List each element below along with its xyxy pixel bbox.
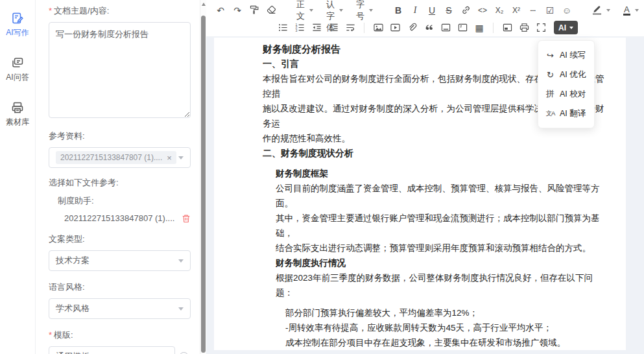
doc-type-value: 技术方案 <box>56 255 89 266</box>
highlight-pen-icon <box>592 5 602 15</box>
chevron-down-icon <box>369 9 373 12</box>
ai-qa-icon <box>11 56 24 69</box>
topic-textarea[interactable]: 写一份财务制度分析报告 <box>49 22 191 118</box>
code-block-icon[interactable] <box>455 21 470 35</box>
menu-item-ai-continue[interactable]: ↪AI 续写 <box>538 45 594 65</box>
app: AI写作AI问答素材库 *文档主题/内容: 写一份财务制度分析报告 参考资料: … <box>0 0 644 354</box>
blockquote-icon[interactable] <box>421 21 436 35</box>
template-select[interactable]: 通用模板 ✓ <box>49 346 175 354</box>
font-color-select[interactable]: A <box>617 3 644 18</box>
doc-block-p: 成本控制在部分项目中存在超支现象，主要集中在研发和市场推广领域。 <box>263 335 610 350</box>
outdent-icon[interactable] <box>309 21 324 35</box>
assistant-file-row: 2021122715133847807 (1).... <box>64 213 191 223</box>
ai-writing-icon <box>11 12 24 25</box>
undo-icon[interactable]: ↶ <box>213 3 228 18</box>
doc-block-h3: 财务制度框架 <box>263 166 610 181</box>
indent-icon[interactable] <box>326 21 341 35</box>
paragraph-style-select[interactable]: 正文 <box>291 3 319 18</box>
template-label-row: *模版: <box>49 329 191 341</box>
reference-select[interactable]: 2021122715133847807 (1).... × <box>49 147 191 168</box>
paragraph-style-select-label: 正文 <box>296 0 305 22</box>
chevron-down-icon <box>309 9 313 12</box>
template-value: 通用模板 <box>56 351 89 354</box>
trash-icon[interactable] <box>182 214 191 223</box>
redo-icon[interactable]: ↷ <box>230 3 245 18</box>
doc-block-p: 公司目前的制度涵盖了资金管理、成本控制、预算管理、核算与报告、风险管理等方面。 … <box>263 181 610 255</box>
ai-continue-icon: ↪ <box>545 51 555 60</box>
sidebar-item-label: AI写作 <box>6 27 29 38</box>
doc-block-p: 根据2023年前三季度的财务数据，公司整体财务制度执行情况良好，但存在以下问题： <box>263 270 610 300</box>
underline-icon[interactable]: U <box>424 3 440 18</box>
subscript-icon[interactable]: X₂ <box>492 3 507 18</box>
form-panel: *文档主题/内容: 写一份财务制度分析报告 参考资料: 202112271513… <box>36 0 200 354</box>
sidebar-item-label: AI问答 <box>6 72 29 83</box>
doc-block-p: 部分部门预算执行偏差较大，平均偏差率为12%； <box>263 305 610 320</box>
doc-block-h2: 二、财务制度现状分析 <box>263 146 610 161</box>
italic-icon[interactable]: I <box>407 3 423 18</box>
inline-code-icon[interactable]: <> <box>475 3 490 18</box>
menu-item-ai-optimize[interactable]: ↻AI 优化 <box>538 65 594 84</box>
horizontal-rule-icon[interactable]: ┄ <box>525 3 541 18</box>
menu-item-ai-proofread[interactable]: 拼AI 校对 <box>538 84 594 104</box>
reference-label: 参考资料: <box>49 130 191 142</box>
sidebar-item-material-library[interactable]: 素材库 <box>6 101 29 128</box>
sidebar-item-label: 素材库 <box>6 117 29 128</box>
bold-icon[interactable]: B <box>390 3 406 18</box>
sidebar-item-ai-qa[interactable]: AI问答 <box>6 56 29 83</box>
chevron-down-icon <box>339 9 343 12</box>
chevron-down-icon <box>178 259 184 263</box>
attachment-icon[interactable] <box>404 21 420 35</box>
menu-item-label: AI 优化 <box>560 69 586 80</box>
doc-type-select[interactable]: 技术方案 <box>49 250 191 271</box>
chevron-down-icon <box>606 9 610 12</box>
chevron-down-icon <box>569 27 573 29</box>
material-library-icon <box>11 101 24 114</box>
table-icon[interactable]: ▦ <box>471 21 487 35</box>
task-list-icon[interactable]: ☑ <box>542 3 558 18</box>
font-size-select[interactable]: 字号 <box>350 3 379 18</box>
menu-item-label: AI 翻译 <box>560 108 586 119</box>
sidebar-item-ai-writing[interactable]: AI写作 <box>6 12 29 38</box>
style-value: 学术风格 <box>56 303 89 314</box>
embed-icon[interactable] <box>499 21 515 35</box>
superscript-icon[interactable]: X² <box>508 3 524 18</box>
ai-menu-button[interactable]: AI <box>554 21 578 34</box>
menu-item-label: AI 续写 <box>560 50 586 61</box>
ai-dropdown-menu: ↪AI 续写↻AI 优化拼AI 校对文AAI 翻译 <box>538 40 595 128</box>
emoji-icon[interactable]: ☺ <box>559 3 575 18</box>
nav-rail: AI写作AI问答素材库 <box>0 0 36 354</box>
svg-text:3: 3 <box>295 29 297 32</box>
font-family-select[interactable]: 默认字体 <box>320 3 349 18</box>
highlight-color-select[interactable] <box>586 3 616 18</box>
line-wrap-icon[interactable] <box>342 21 358 35</box>
print-icon[interactable] <box>516 21 532 35</box>
scrollbar-thumb[interactable] <box>201 16 206 353</box>
style-label: 语言风格: <box>49 281 191 293</box>
required-mark: * <box>49 330 52 340</box>
strikethrough-icon[interactable]: S <box>441 3 457 18</box>
font-color-icon: A <box>623 5 630 16</box>
menu-item-ai-translate[interactable]: 文AAI 翻译 <box>538 104 594 123</box>
reference-file-chip-label: 2021122715133847807 (1).... <box>60 153 162 162</box>
chevron-down-icon <box>635 9 639 12</box>
editor-area: ↶↷正文默认字体字号BIUS<>X₂X²┄☑☺A 123▦AI 财务制度分析报告… <box>206 0 644 354</box>
image-icon[interactable] <box>370 21 386 35</box>
scroll-up-icon[interactable] <box>201 3 206 6</box>
ai-translate-icon: 文A <box>545 110 555 118</box>
style-select[interactable]: 学术风格 <box>49 298 191 319</box>
fullscreen-icon[interactable] <box>533 21 549 35</box>
format-painter-icon[interactable] <box>246 3 262 18</box>
doc-block-h3: 财务制度执行情况 <box>263 255 610 270</box>
divider-block-icon[interactable] <box>438 21 453 35</box>
reference-file-chip: 2021122715133847807 (1).... × <box>56 151 176 164</box>
font-size-select-label: 字号 <box>356 0 364 22</box>
file-reference-block: 选择如下文件参考: 制度助手: 2021122715133847807 (1).… <box>49 177 191 223</box>
bullet-list-icon[interactable] <box>275 21 291 35</box>
assistant-file-name: 2021122715133847807 (1).... <box>64 213 174 223</box>
eraser-icon[interactable] <box>263 3 279 18</box>
ordered-list-icon[interactable]: 123 <box>292 21 307 35</box>
link-icon[interactable] <box>458 3 473 18</box>
chip-remove-icon[interactable]: × <box>167 154 172 162</box>
video-icon[interactable] <box>387 21 403 35</box>
panel-scrollbar[interactable] <box>200 0 206 354</box>
